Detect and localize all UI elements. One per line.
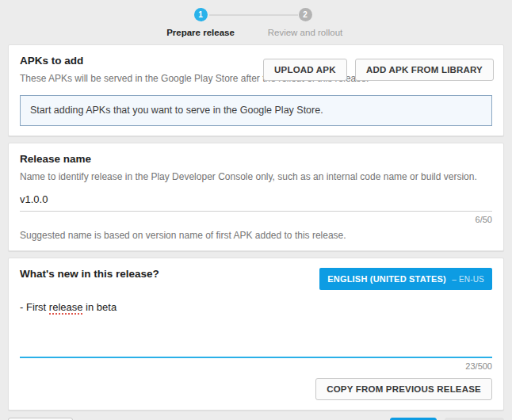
- copy-row: COPY FROM PREVIOUS RELEASE: [20, 378, 492, 400]
- release-notes-char-counter: 23/500: [20, 361, 492, 371]
- step-1-indicator: 1: [194, 8, 208, 21]
- release-stepper: 1 Prepare release 2 Review and rollout: [153, 0, 359, 44]
- step-prepare-release: 1 Prepare release: [153, 8, 248, 37]
- apk-buttons-group: UPLOAD APK ADD APK FROM LIBRARY: [258, 59, 494, 81]
- language-selector-code: – EN-US: [452, 275, 484, 284]
- add-apk-from-library-button[interactable]: ADD APK FROM LIBRARY: [355, 59, 494, 81]
- release-name-description: Name to identify release in the Play Dev…: [20, 171, 492, 182]
- language-selector-button[interactable]: ENGLISH (UNITED STATES) – EN-US: [319, 268, 492, 290]
- release-name-char-counter: 6/50: [20, 215, 492, 224]
- release-name-helper-text: Suggested name is based on version name …: [20, 230, 492, 241]
- release-notes-text: - First: [20, 301, 49, 313]
- release-notes-textarea[interactable]: - First release in beta: [20, 301, 492, 358]
- release-name-card: Release name Name to identify release in…: [8, 143, 504, 251]
- step-review-and-rollout: 2 Review and rollout: [251, 8, 359, 37]
- copy-from-previous-release-button[interactable]: COPY FROM PREVIOUS RELEASE: [315, 378, 492, 400]
- empty-apks-notice: Start adding APKs that you want to serve…: [20, 95, 492, 126]
- whats-new-header: What's new in this release? ENGLISH (UNI…: [20, 268, 492, 290]
- step-2-indicator: 2: [299, 8, 312, 21]
- footer-action-bar: DISCARD SAVE REVIEW: [8, 417, 504, 420]
- release-notes-misspelled-word: release: [49, 301, 83, 315]
- release-notes-text-tail: in beta: [82, 301, 117, 313]
- step-2-label: Review and rollout: [251, 28, 359, 37]
- upload-apk-button[interactable]: UPLOAD APK: [263, 59, 347, 81]
- release-name-title: Release name: [20, 153, 492, 166]
- language-selector-label: ENGLISH (UNITED STATES): [327, 274, 446, 284]
- release-name-input[interactable]: [20, 193, 492, 212]
- whats-new-card: What's new in this release? ENGLISH (UNI…: [8, 258, 504, 410]
- step-1-label: Prepare release: [153, 28, 248, 37]
- apks-to-add-card: APKs to add These APKs will be served in…: [8, 44, 504, 136]
- whats-new-title: What's new in this release?: [20, 268, 159, 281]
